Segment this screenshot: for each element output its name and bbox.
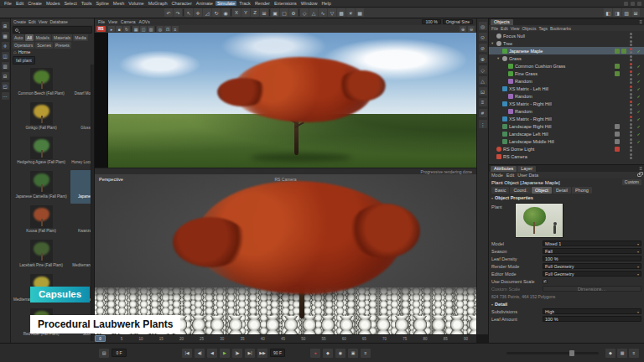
enable-checkmark[interactable]: ✓ [636, 94, 641, 99]
render-view-menu-item[interactable]: AOVs [139, 19, 150, 24]
material-tag-icon[interactable] [615, 147, 620, 152]
editor-visibility-dot[interactable] [630, 70, 632, 73]
menu-item[interactable]: Mesh [112, 1, 126, 6]
render-visibility-dot[interactable] [630, 81, 632, 84]
keyframe-button[interactable]: ◆ [323, 349, 333, 358]
material-tag-icon[interactable] [615, 101, 620, 106]
restart-ipr-icon[interactable]: ↻ [123, 26, 130, 32]
section-tab[interactable]: Coord. [510, 187, 531, 194]
render-visibility-dot[interactable] [630, 44, 632, 46]
menu-item[interactable]: Edit [14, 1, 25, 6]
editor-visibility-dot[interactable] [630, 40, 632, 43]
material-tag-icon[interactable] [621, 124, 626, 129]
play-button[interactable]: ▶ [220, 349, 230, 358]
material-tag-icon[interactable] [615, 154, 620, 159]
Ginkgo (Fall Plant)[interactable]: Ginkgo (Fall Plant) [13, 101, 70, 135]
asset-menu-item[interactable]: Create [13, 19, 26, 24]
playback-slider[interactable] [506, 352, 599, 354]
render-visibility-dot[interactable] [630, 96, 632, 99]
object-menu-item[interactable]: Bookmarks [550, 26, 571, 31]
live-selection-icon[interactable]: ↖ [184, 8, 193, 17]
material-tag-icon[interactable] [615, 41, 620, 46]
goto-start-button[interactable]: |◀ [182, 349, 192, 358]
next-frame-button[interactable]: |▶ [232, 349, 242, 358]
goto-end-button[interactable]: ▶▶ [257, 349, 267, 358]
object-tree-row[interactable]: Common Cushion Grass ✓ [489, 62, 644, 70]
object-tree-row[interactable]: XS Matrix - Right Hill ✓ [489, 115, 644, 122]
section-header[interactable]: Object Properties [489, 194, 644, 201]
field-value[interactable]: Dimensions… [543, 286, 641, 292]
panel-menu-icon[interactable] [639, 166, 642, 172]
Dwarf Mountain Pine (Fall Plant)[interactable]: Dwarf Mountain Pine (Fall Plant) [70, 67, 94, 101]
enable-checkmark[interactable]: ✓ [636, 79, 641, 84]
close-icon[interactable] [637, 2, 641, 6]
perspective-viewport[interactable]: Perspective RS Camera [95, 174, 476, 334]
enable-checkmark[interactable]: ✓ [636, 139, 641, 144]
end-frame-field[interactable]: 90 F [270, 349, 285, 357]
snapshot-icon[interactable]: ▦ [132, 26, 139, 32]
rotate-icon[interactable]: ↻ [212, 8, 221, 17]
field-value[interactable]: Mixed 1 [543, 240, 641, 246]
coordinate-system-icon[interactable]: ⊞ [260, 8, 268, 17]
timeline-ruler[interactable]: 051015202530354045505560657075808590 [94, 334, 476, 343]
stop-ipr-icon[interactable]: ■ [116, 26, 122, 32]
layout-right-icon[interactable]: ◨ [613, 8, 621, 17]
slider-handle[interactable] [569, 350, 574, 356]
primitive-icon[interactable]: ◇ [300, 8, 309, 17]
list-icon[interactable]: ≡ [479, 98, 487, 106]
target-icon[interactable]: ◎ [479, 22, 487, 30]
object-tree-row[interactable]: Fine Grass ✓ [489, 70, 644, 77]
Honey Locust 'Sunburst' (Fall Plant)[interactable]: Honey Locust 'Sunburst' (Fall Plant) [70, 136, 94, 169]
asset-filter-tab[interactable]: Models [34, 34, 51, 41]
object-tree-row[interactable]: RS Camera [489, 153, 644, 160]
section-tab[interactable]: Basic [491, 187, 509, 194]
rendered-image-area[interactable] [95, 33, 476, 168]
enable-checkmark[interactable]: ✓ [636, 124, 641, 129]
solo-icon[interactable]: ▦ [617, 349, 627, 358]
menu-item[interactable]: Extensions [273, 1, 299, 6]
editor-visibility-dot[interactable] [630, 146, 632, 148]
enable-checkmark[interactable]: ✓ [636, 86, 641, 91]
material-tag-icon[interactable] [621, 71, 626, 76]
key-selection-icon[interactable]: ◆ [605, 349, 615, 358]
render-visibility-dot[interactable] [630, 89, 632, 91]
asset-menu-item[interactable]: Edit [29, 19, 36, 24]
material-tag-icon[interactable] [615, 109, 620, 114]
object-tree-row[interactable]: Focus Null [489, 32, 644, 39]
material-tag-icon[interactable] [621, 34, 626, 39]
asset-breadcrumb[interactable]: Home [11, 49, 94, 55]
object-menu-item[interactable]: View [511, 26, 520, 31]
split-view-icon[interactable]: ◫ [2, 52, 9, 59]
enable-checkmark[interactable]: ✓ [636, 116, 641, 122]
object-tree-row[interactable]: Random ✓ [489, 77, 644, 85]
timeline-options-button[interactable]: ≡ [361, 349, 371, 358]
editor-visibility-dot[interactable] [630, 93, 632, 96]
attribute-menu-item[interactable]: User Data [517, 173, 538, 178]
region-render-icon[interactable]: ⊡ [164, 26, 171, 32]
x-axis-lock-icon[interactable]: X [232, 8, 241, 17]
layout-grid-icon[interactable]: ▥ [622, 8, 631, 17]
object-menu-item[interactable]: File [491, 26, 498, 31]
object-tree-row[interactable]: ▾ Grass [489, 54, 644, 62]
snap-icon[interactable]: ⊙ [479, 33, 487, 41]
render-visibility-dot[interactable] [630, 66, 632, 69]
material-tag-icon[interactable] [621, 64, 626, 69]
material-tag-icon[interactable] [621, 41, 626, 46]
Japanese Camellia (Fall Plant)[interactable]: Japanese Camellia (Fall Plant) [13, 170, 70, 204]
field-value[interactable]: Full Geometry [543, 271, 641, 277]
editor-visibility-dot[interactable] [630, 153, 632, 156]
previous-frame-button[interactable]: ◀ [207, 349, 217, 358]
light-icon[interactable]: ☀ [346, 8, 355, 17]
layout-left-icon[interactable]: ◧ [604, 8, 612, 17]
material-tag-icon[interactable] [621, 79, 626, 84]
keyframe-options-button[interactable]: ▣ [348, 349, 358, 358]
dots-icon[interactable]: ⋮ [479, 120, 487, 128]
start-frame-field[interactable]: 0 F [112, 349, 127, 357]
material-tag-icon[interactable] [621, 132, 626, 137]
editor-visibility-dot[interactable] [630, 78, 632, 80]
section-tab[interactable]: Phong [572, 187, 592, 194]
grid-icon[interactable]: ▦ [2, 32, 9, 39]
material-tag-icon[interactable] [615, 86, 620, 91]
tab-objects[interactable]: Objects [491, 19, 513, 25]
toolbar-icon[interactable] [299, 9, 299, 16]
